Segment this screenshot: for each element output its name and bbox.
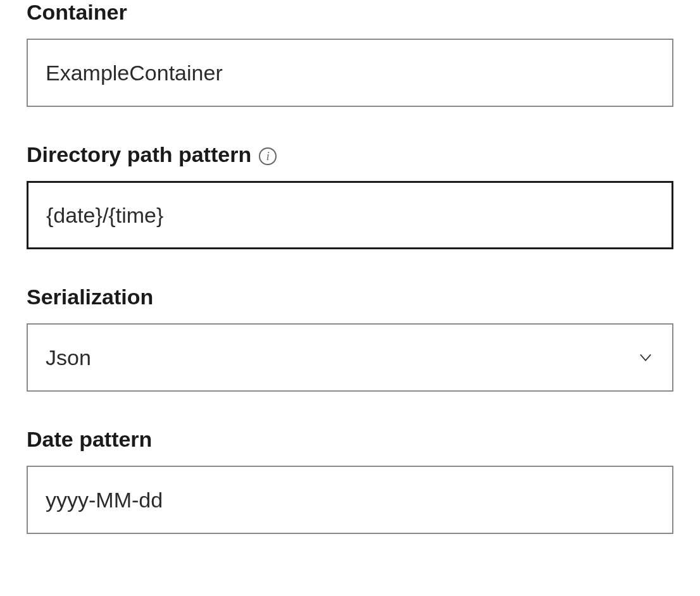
serialization-label: Serialization [27, 285, 673, 309]
serialization-select-wrapper [27, 323, 673, 392]
container-label-text: Container [27, 0, 127, 25]
date-pattern-field-group: Date pattern [27, 427, 673, 534]
info-icon[interactable]: i [259, 147, 277, 165]
directory-input[interactable] [27, 181, 673, 249]
serialization-field-group: Serialization [27, 285, 673, 392]
date-pattern-label-text: Date pattern [27, 427, 152, 452]
serialization-select[interactable] [27, 323, 673, 392]
date-pattern-label: Date pattern [27, 427, 673, 452]
date-pattern-input[interactable] [27, 466, 673, 534]
directory-label: Directory path pattern i [27, 142, 673, 167]
container-field-group: Container [27, 0, 673, 107]
directory-label-text: Directory path pattern [27, 142, 251, 167]
directory-field-group: Directory path pattern i [27, 142, 673, 249]
form-container: Container Directory path pattern i Seria… [0, 0, 700, 595]
container-input[interactable] [27, 39, 673, 107]
container-label: Container [27, 0, 673, 25]
serialization-label-text: Serialization [27, 285, 153, 309]
